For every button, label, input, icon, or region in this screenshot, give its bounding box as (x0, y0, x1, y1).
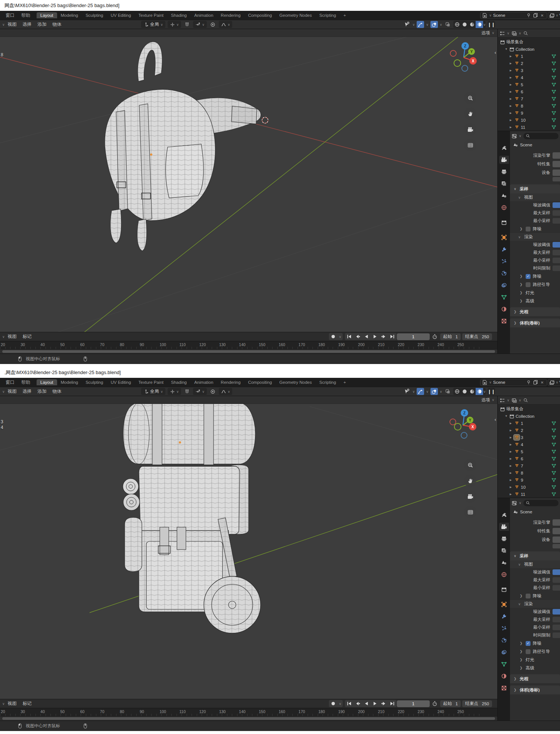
properties-panel-row[interactable]: 最大采样 (510, 576, 560, 584)
workspace-tab[interactable]: Animation (190, 12, 217, 18)
tab-constraints[interactable] (499, 281, 509, 289)
tab-object-data[interactable] (499, 660, 509, 668)
frame-end-field[interactable]: 结束点250 (462, 333, 492, 340)
sidebar-collapse-icon[interactable]: ‹ (495, 417, 496, 422)
expand-arrow-icon[interactable]: ▶ (509, 76, 513, 79)
pan-button[interactable] (464, 108, 476, 120)
field-value-cut[interactable] (553, 161, 560, 167)
value-cut[interactable] (553, 585, 560, 591)
prev-keyframe-button[interactable] (354, 333, 362, 340)
jump-to-start-button[interactable] (345, 700, 354, 707)
properties-panel-row[interactable]: 噪波阈值 (510, 201, 560, 209)
panel-chevron-icon[interactable]: ∨ (518, 563, 522, 566)
properties-panel-row[interactable]: ∨ 渲染 (510, 600, 560, 608)
properties-panel-row[interactable]: ❯ 灯光 (510, 656, 560, 664)
property-field-row[interactable]: 特性集 (510, 160, 560, 168)
outliner-object-row[interactable]: ▶ 10 (498, 483, 560, 491)
outliner-object-row[interactable]: ▶ 11 (498, 491, 560, 498)
properties-panel-row[interactable]: ❯ 路径引导 (510, 280, 560, 289)
tab-render[interactable] (499, 523, 509, 531)
outliner-object-row[interactable]: ▶ 1 (498, 53, 560, 60)
tab-view-layer[interactable] (499, 180, 509, 188)
gizmo-axis-y[interactable]: Y (467, 417, 473, 423)
value-cut[interactable] (553, 218, 560, 224)
tab-physics[interactable] (499, 636, 509, 644)
timeline-scrollbar[interactable] (2, 717, 495, 720)
gizmos-toggle[interactable] (417, 21, 424, 28)
value-cut[interactable] (553, 265, 560, 271)
outliner-object-row[interactable]: ▶ 8 (498, 469, 560, 476)
value-cut[interactable] (553, 202, 560, 208)
properties-panel-row[interactable]: ∨ 视图 (510, 560, 560, 568)
camera-view-button[interactable] (464, 123, 476, 136)
editor-type-chevron-icon[interactable]: ∨ (2, 390, 5, 394)
editor-type-chevron-icon[interactable]: ∨ (2, 335, 5, 339)
panel-chevron-icon[interactable]: ❯ (520, 274, 523, 278)
expand-arrow-icon[interactable]: ▶ (509, 457, 513, 460)
value-cut[interactable] (553, 625, 560, 630)
snap-settings-dropdown[interactable]: ∨ (193, 388, 207, 395)
value-cut[interactable] (553, 258, 560, 263)
viewport-menu-item[interactable]: 视图 (5, 388, 20, 395)
use-preview-range-button[interactable] (431, 700, 439, 707)
expand-arrow-icon[interactable]: ▶ (509, 436, 513, 439)
workspace-tab[interactable]: Texture Paint (135, 379, 167, 385)
outliner-object-row[interactable]: ▶ 3 (498, 434, 560, 441)
viewport-menu-item[interactable]: 视图 (5, 21, 20, 28)
frame-start-field[interactable]: 起始1 (440, 700, 461, 707)
display-mode-icon[interactable] (500, 398, 505, 403)
navigation-gizmo[interactable]: Z Y X (447, 408, 478, 439)
expand-arrow-icon[interactable]: ▶ (509, 105, 513, 108)
snap-settings-dropdown[interactable]: ∨ (193, 21, 207, 28)
shading-rendered-button[interactable] (476, 388, 483, 395)
tab-constraints[interactable] (499, 648, 509, 656)
zoom-button[interactable] (464, 459, 476, 471)
expand-arrow-icon[interactable]: ▶ (509, 97, 513, 100)
workspace-tab[interactable]: Compositing (244, 12, 276, 18)
outliner-object-row[interactable]: ▶ 4 (498, 441, 560, 448)
next-keyframe-button[interactable] (379, 333, 388, 340)
gizmo-axis-x[interactable]: X (469, 57, 477, 65)
navigation-gizmo[interactable]: Z Y X (447, 41, 478, 72)
camera-view-button[interactable] (464, 490, 476, 503)
properties-editor-icon[interactable] (511, 133, 517, 139)
model-wireframe-backpack[interactable] (123, 404, 261, 633)
outliner-object-row[interactable]: ▶ 6 (498, 88, 560, 95)
filter-icon[interactable] (511, 31, 517, 36)
outliner-object-row[interactable]: ▶ 10 (498, 116, 560, 124)
gizmo-axis-x[interactable]: X (469, 423, 476, 430)
properties-panel-row[interactable]: ∨ 渲染 (510, 233, 560, 241)
value-cut[interactable] (553, 242, 560, 248)
sidebar-collapse-icon[interactable]: ‹ (495, 50, 496, 55)
outliner-object-row[interactable]: ▶ 4 (498, 74, 560, 81)
panel-chevron-icon[interactable]: ∨ (518, 235, 522, 239)
tab-texture[interactable] (499, 317, 509, 325)
current-frame-field[interactable]: 1 (397, 700, 430, 707)
search-icon[interactable] (523, 398, 528, 403)
workspace-tab[interactable]: Shading (167, 379, 190, 385)
record-button[interactable] (329, 700, 337, 707)
pause-button[interactable]: ❙❙ (488, 388, 495, 395)
workspace-tab[interactable]: Scripting (315, 379, 340, 385)
value-cut[interactable] (553, 617, 560, 622)
workspace-tab[interactable]: Layout (37, 12, 57, 18)
frame-start-field[interactable]: 起始1 (440, 333, 461, 340)
expand-arrow-icon[interactable]: ▶ (509, 493, 513, 496)
properties-editor-icon[interactable] (511, 500, 517, 506)
panel-chevron-icon[interactable]: ∨ (514, 187, 517, 191)
new-scene-icon[interactable] (533, 380, 538, 385)
current-frame-field[interactable]: 1 (397, 333, 430, 340)
selectability-dropdown[interactable] (403, 21, 411, 28)
checkbox[interactable] (526, 594, 531, 598)
workspace-tab[interactable]: Compositing (244, 379, 276, 385)
overlays-toggle[interactable] (430, 21, 438, 28)
outliner-object-row[interactable]: ▶ 5 (498, 81, 560, 88)
cut-widget[interactable] (553, 544, 560, 548)
panel-chevron-icon[interactable]: ❯ (520, 666, 523, 670)
outliner-collection[interactable]: ▼ Collection (498, 46, 560, 53)
properties-search-input[interactable] (523, 133, 559, 139)
tab-collection[interactable] (499, 218, 509, 227)
panel-chevron-icon[interactable]: ❯ (520, 283, 523, 286)
tab-modifiers[interactable] (499, 245, 509, 254)
outliner-object-row[interactable]: ▶ 2 (498, 427, 560, 434)
